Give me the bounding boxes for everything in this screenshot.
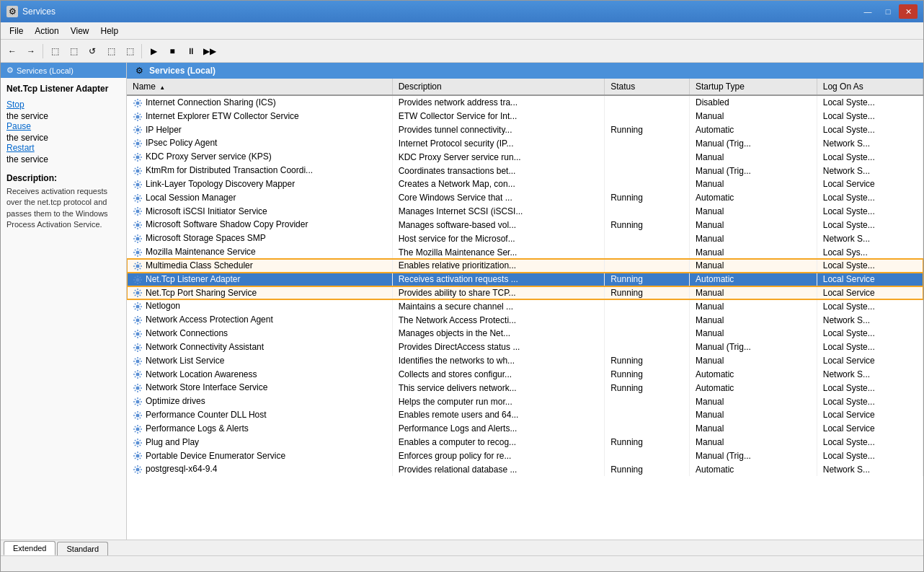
cell-name: Microsoft Storage Spaces SMP [127,232,392,245]
table-row[interactable]: Network Access Protection Agent The Netw… [127,313,923,327]
right-panel-title: Services (Local) [149,66,216,76]
cell-name: Netlogon [127,299,392,313]
col-name[interactable]: Name ▲ [127,79,392,95]
menu-file[interactable]: File [4,25,29,38]
forward-button[interactable]: → [22,43,40,60]
restart-button[interactable]: ▶▶ [201,43,218,60]
cell-status [605,136,690,150]
svg-point-1 [136,115,140,118]
cell-name: Performance Logs & Alerts [127,422,392,436]
cell-name: Network Connections [127,327,392,340]
description-label: Description: [6,173,120,183]
cell-startup: Manual [690,259,817,273]
stop-service-link[interactable]: Stop [6,100,120,110]
cell-logon: Local Syste... [817,299,923,313]
description-text: Receives activation requests over the ne… [6,186,120,231]
table-row[interactable]: Netlogon Maintains a secure channel ... … [127,299,923,313]
col-logon[interactable]: Log On As [817,79,923,95]
cell-description: Provides tunnel connectivity... [392,123,605,137]
cell-logon: Local Syste... [817,205,923,219]
table-row[interactable]: Optimize drives Helps the computer run m… [127,395,923,408]
cell-startup: Manual (Trig... [690,449,817,463]
col-description[interactable]: Description [392,79,605,95]
title-bar-left: ⚙ Services [6,6,55,17]
close-button[interactable]: ✕ [899,4,918,19]
table-row[interactable]: Network Location Awareness Collects and … [127,368,923,382]
table-row[interactable]: Net.Tcp Port Sharing Service Provides ab… [127,286,923,300]
tab-standard[interactable]: Standard [57,542,108,555]
maximize-button[interactable]: □ [879,4,897,19]
table-row[interactable]: Performance Counter DLL Host Enables rem… [127,408,923,422]
cell-status [605,313,690,327]
restart-service-link[interactable]: Restart [6,143,120,153]
table-row[interactable]: Network List Service Identifies the netw… [127,354,923,368]
toolbar-separator-1 [43,44,43,58]
cell-description: Collects and stores configur... [392,368,605,382]
cell-name: IP Helper [127,123,392,137]
tab-extended[interactable]: Extended [4,541,55,555]
cell-description: Provides ability to share TCP... [392,286,605,300]
cell-name: Microsoft iSCSI Initiator Service [127,205,392,219]
cell-startup: Automatic [690,123,817,137]
cell-name: Performance Counter DLL Host [127,408,392,422]
svg-point-9 [136,224,140,227]
table-row[interactable]: KDC Proxy Server service (KPS) KDC Proxy… [127,150,923,164]
cell-description: Creates a Network Map, con... [392,177,605,191]
menu-view[interactable]: View [65,25,95,38]
stop-button[interactable]: ■ [164,43,181,60]
table-row[interactable]: Internet Connection Sharing (ICS) Provid… [127,95,923,110]
menu-action[interactable]: Action [29,25,64,38]
pause-button[interactable]: ⏸ [182,43,200,60]
cell-status [605,110,690,123]
table-row[interactable]: Plug and Play Enables a computer to reco… [127,436,923,449]
cell-status: Running [605,123,690,137]
cell-description: Core Windows Service that ... [392,191,605,205]
table-header-row: Name ▲ Description Status Startup Type [127,79,923,95]
table-row[interactable]: Microsoft Storage Spaces SMP Host servic… [127,232,923,245]
table-row[interactable]: Mozilla Maintenance Service The Mozilla … [127,245,923,259]
cell-logon: Network S... [817,313,923,327]
cell-logon: Local Syste... [817,218,923,232]
cell-logon: Local Syste... [817,150,923,164]
table-row[interactable]: Link-Layer Topology Discovery Mapper Cre… [127,177,923,191]
table-row[interactable]: IP Helper Provides tunnel connectivity..… [127,123,923,137]
table-row[interactable]: Portable Device Enumerator Service Enfor… [127,449,923,463]
table-row[interactable]: Network Connections Manages objects in t… [127,327,923,340]
table-row[interactable]: Net.Tcp Listener Adapter Receives activa… [127,273,923,286]
cell-startup: Manual [690,232,817,245]
table-row[interactable]: Microsoft iSCSI Initiator Service Manage… [127,205,923,219]
back-button[interactable]: ← [4,43,21,60]
cell-logon: Local Syste... [817,340,923,354]
minimize-button[interactable]: — [858,4,877,19]
table-row[interactable]: Internet Explorer ETW Collector Service … [127,110,923,123]
table-row[interactable]: Local Session Manager Core Windows Servi… [127,191,923,205]
table-row[interactable]: Network Connectivity Assistant Provides … [127,340,923,354]
table-row[interactable]: postgresql-x64-9.4 Provides relational d… [127,462,923,476]
cell-status [605,164,690,177]
col-status[interactable]: Status [605,79,690,95]
show-hide-button[interactable]: ⬚ [46,43,63,60]
cell-description: This service delivers network... [392,381,605,395]
table-row[interactable]: Microsoft Software Shadow Copy Provider … [127,218,923,232]
table-row[interactable]: Performance Logs & Alerts Performance Lo… [127,422,923,436]
cell-status [605,245,690,259]
export-button[interactable]: ⬚ [102,43,120,60]
start-button[interactable]: ▶ [145,43,162,60]
table-row[interactable]: KtmRm for Distributed Transaction Coordi… [127,164,923,177]
tabs-bar: Extended Standard [1,540,923,555]
col-startup[interactable]: Startup Type [690,79,817,95]
table-row[interactable]: Network Store Interface Service This ser… [127,381,923,395]
list-view-button[interactable]: ⬚ [65,43,82,60]
services-table-container[interactable]: Name ▲ Description Status Startup Type [127,79,923,540]
cell-status: Running [605,462,690,476]
cell-description: Manages software-based vol... [392,218,605,232]
table-row[interactable]: IPsec Policy Agent Internet Protocol sec… [127,136,923,150]
svg-point-16 [136,319,140,322]
refresh-button[interactable]: ↺ [84,43,101,60]
table-row[interactable]: Multimedia Class Scheduler Enables relat… [127,259,923,273]
menu-help[interactable]: Help [95,25,125,38]
cell-startup: Disabled [690,95,817,110]
pause-service-link[interactable]: Pause [6,121,120,131]
help-button[interactable]: ⬚ [121,43,138,60]
cell-name: Mozilla Maintenance Service [127,245,392,259]
